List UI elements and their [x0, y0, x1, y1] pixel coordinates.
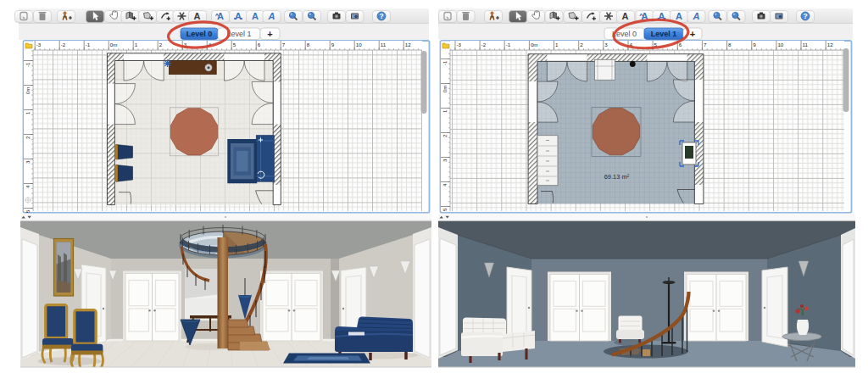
svg-text:Level 1: Level 1 — [651, 30, 677, 38]
svg-text:69.13 m²: 69.13 m² — [604, 173, 630, 181]
svg-text:10: 10 — [356, 42, 362, 47]
svg-text:3: 3 — [604, 42, 608, 47]
svg-text:7: 7 — [282, 42, 286, 47]
svg-text:5: 5 — [25, 209, 31, 213]
svg-text:0m: 0m — [442, 86, 448, 93]
svg-text:A: A — [693, 11, 700, 21]
svg-text:1: 1 — [442, 109, 448, 113]
svg-text:1: 1 — [555, 42, 559, 47]
svg-text:2: 2 — [580, 42, 583, 47]
svg-text:-3: -3 — [457, 42, 462, 47]
svg-text:A: A — [676, 11, 682, 21]
svg-text:0m: 0m — [531, 42, 538, 47]
svg-text:11: 11 — [803, 42, 809, 47]
svg-text:5: 5 — [442, 208, 448, 211]
svg-text:8: 8 — [307, 42, 310, 47]
svg-text:4: 4 — [25, 185, 31, 188]
svg-text:-1: -1 — [442, 60, 448, 65]
svg-text:0m: 0m — [110, 42, 118, 47]
svg-text:A: A — [622, 11, 629, 21]
svg-text:6: 6 — [258, 42, 261, 47]
svg-text:A: A — [252, 11, 259, 21]
svg-text:-3: -3 — [36, 42, 42, 47]
svg-text:A: A — [235, 11, 242, 21]
svg-text:10: 10 — [777, 42, 783, 47]
svg-text:12: 12 — [827, 42, 833, 47]
svg-text:-1: -1 — [86, 42, 91, 47]
svg-text:1: 1 — [25, 111, 31, 114]
svg-text:?: ? — [379, 12, 383, 20]
svg-text:2: 2 — [442, 134, 448, 137]
svg-text:-1: -1 — [506, 42, 511, 47]
svg-text:+: + — [690, 29, 695, 39]
svg-text:1: 1 — [135, 42, 138, 47]
svg-text:4: 4 — [442, 183, 448, 187]
svg-text:2: 2 — [25, 136, 31, 139]
svg-text:12: 12 — [405, 42, 411, 47]
svg-text:A: A — [194, 11, 201, 21]
svg-text:7: 7 — [704, 42, 707, 47]
svg-text:3: 3 — [442, 159, 448, 162]
svg-text:0m: 0m — [25, 87, 31, 95]
svg-text:-2: -2 — [481, 42, 487, 47]
svg-text:?: ? — [803, 12, 807, 20]
svg-text:11: 11 — [381, 42, 387, 47]
svg-text:9: 9 — [331, 42, 335, 47]
svg-text:-1: -1 — [25, 62, 31, 67]
svg-text:3: 3 — [25, 160, 31, 164]
svg-text:Level 0: Level 0 — [186, 30, 213, 38]
svg-text:8: 8 — [728, 42, 732, 47]
svg-text:2: 2 — [159, 42, 163, 47]
svg-text:A: A — [268, 11, 275, 21]
svg-text:+: + — [267, 29, 272, 39]
svg-text:5: 5 — [233, 42, 236, 47]
svg-text:-2: -2 — [61, 42, 66, 47]
svg-text:9: 9 — [753, 42, 756, 47]
